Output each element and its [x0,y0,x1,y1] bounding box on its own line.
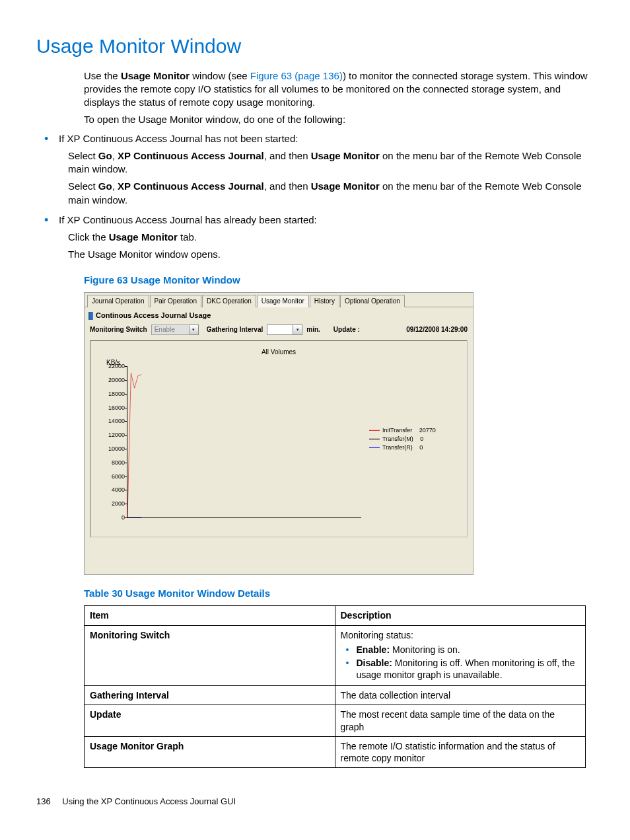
cell-desc: The remote I/O statistic information and… [335,736,586,767]
y-tick-label: 14000 [98,417,125,425]
y-tick-label: 10000 [98,445,125,453]
table-caption: Table 30 Usage Monitor Window Details [84,587,597,600]
page-number: 136 [36,796,51,806]
update-label: Update : [333,325,360,334]
text: , [112,150,118,161]
text-bold: Enable: [357,644,390,655]
tab-journal-operation[interactable]: Journal Operation [87,295,149,308]
text: window (see [190,70,250,81]
page-title: Usage Monitor Window [36,33,597,60]
monitoring-switch-label: Monitoring Switch [90,325,147,334]
text: , and then [264,150,311,161]
text: , and then [264,180,311,192]
y-tick-label: 20000 [98,376,125,384]
legend-swatch-icon [369,447,380,448]
table-header-description: Description [335,606,586,625]
title-decoration-icon [88,312,93,320]
text-bold: Disable: [357,658,392,668]
list-item: If XP Continuous Access Journal has alre… [50,213,597,262]
text: Click the [68,231,109,243]
y-tick-label: 0 [98,514,125,521]
controls-row: Monitoring Switch Enable ▾ Gathering Int… [85,323,473,339]
chart-svg [127,366,361,517]
bullet-list: If XP Continuous Access Journal has not … [36,132,597,262]
table-row: Gathering Interval The data collection i… [85,686,586,705]
legend-swatch-icon [369,439,380,439]
cell-desc: The data collection interval [335,686,586,705]
text-bold: Go [98,150,112,161]
text-bold: XP Continuous Access Journal [118,150,264,161]
figure-caption: Figure 63 Usage Monitor Window [84,274,597,287]
text: , [112,180,118,192]
legend-name: Transfer(M) [382,435,413,443]
gathering-interval-unit: min. [306,325,320,334]
text-bold: XP Continuous Access Journal [118,180,264,192]
text: If XP Continuous Access Journal has alre… [59,214,317,225]
text: Use the [84,70,121,81]
gathering-interval-label: Gathering Interval [207,325,263,334]
text: The Usage Monitor window opens. [68,248,597,261]
legend-item: Transfer(R) 0 [369,443,462,451]
figure-link[interactable]: Figure 63 (page 136) [250,70,343,81]
list-item: Disable: Monitoring is off. When monitor… [353,657,580,681]
monitoring-switch-select[interactable]: Enable [151,325,190,335]
text-bold: Usage Monitor [109,231,178,243]
screenshot-title: Continous Access Journal Usage [85,307,473,323]
text: tab. [178,231,197,243]
legend-name: InitTransfer [382,426,412,434]
legend-value: 0 [420,435,423,443]
y-tick-label: 6000 [98,473,125,480]
text: Select [68,150,98,161]
y-tick-label: 4000 [98,486,125,494]
y-tick-label: 2000 [98,500,125,508]
legend-swatch-icon [369,430,380,430]
tab-optional-operation[interactable]: Optional Operation [340,295,405,308]
details-table: Item Description Monitoring Switch Monit… [84,605,586,768]
cell-item: Monitoring Switch [90,630,170,640]
text: If XP Continuous Access Journal has not … [59,133,298,144]
table-header-item: Item [85,606,335,625]
y-tick-label: 22000 [98,362,125,370]
text-bold: Continous Access Journal Usage [96,311,211,321]
y-tick-label: 16000 [98,403,125,411]
legend-value: 20770 [419,426,436,434]
footer-chapter: Using the XP Continuous Access Journal G… [62,796,236,806]
chart-inner-title: All Volumes [90,348,467,357]
legend-item: Transfer(M) 0 [369,435,462,443]
cell-item: Update [90,709,121,720]
y-tick-label: 8000 [98,459,125,467]
table-row: Monitoring Switch Monitoring status: Ena… [85,625,586,686]
chart-legend: InitTransfer 20770 Transfer(M) 0 Transfe… [369,426,462,452]
table-row: Update The most recent data sample time … [85,705,586,736]
text: Select [68,180,98,192]
legend-value: 0 [419,443,423,451]
y-tick-label: 12000 [98,431,125,439]
table-row: Usage Monitor Graph The remote I/O stati… [85,736,586,767]
text-bold: Usage Monitor [311,150,380,161]
gathering-interval-input[interactable] [267,325,293,335]
cell-item: Gathering Interval [90,690,169,701]
update-value: 09/12/2008 14:29:00 [406,325,468,334]
text-bold: Usage Monitor [311,180,380,192]
intro-block: Use the Usage Monitor window (see Figure… [84,69,597,127]
text-bold: Usage Monitor [121,70,190,81]
tab-pair-operation[interactable]: Pair Operation [150,295,201,308]
tab-usage-monitor[interactable]: Usage Monitor [257,295,309,308]
usage-monitor-chart: All Volumes KB/s 02000400060008000100001… [90,340,468,537]
cell-item: Usage Monitor Graph [90,741,184,751]
chevron-down-icon[interactable]: ▾ [190,325,199,335]
list-item: If XP Continuous Access Journal has not … [50,132,597,207]
legend-name: Transfer(R) [382,443,413,451]
y-tick-label: 18000 [98,390,125,398]
page-footer: 136 Using the XP Continuous Access Journ… [36,796,597,808]
tab-dkc-operation[interactable]: DKC Operation [202,295,256,308]
tab-history[interactable]: History [310,295,339,308]
screenshot: Journal Operation Pair Operation DKC Ope… [84,292,473,575]
chevron-down-icon[interactable]: ▾ [293,325,302,335]
list-item: Enable: Monitoring is on. [353,644,580,656]
tabstrip: Journal Operation Pair Operation DKC Ope… [85,293,473,308]
legend-item: InitTransfer 20770 [369,426,462,434]
chart-plot: 0200040006000800010000120001400016000180… [127,366,361,518]
text: Monitoring is on. [390,644,460,655]
text-bold: Go [98,180,112,192]
